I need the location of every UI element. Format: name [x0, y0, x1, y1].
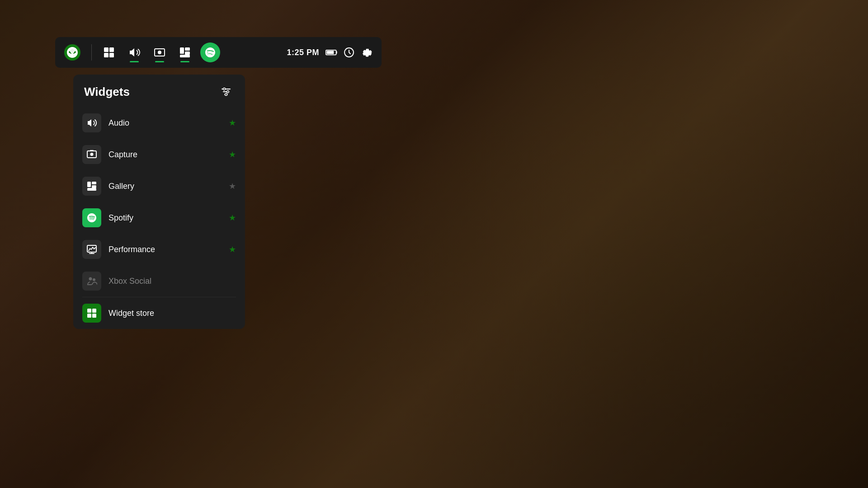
svg-rect-27: [87, 188, 96, 191]
svg-rect-9: [185, 47, 190, 51]
svg-rect-11: [180, 55, 190, 57]
svg-point-7: [158, 51, 161, 54]
xbox-social-label: Xbox Social: [108, 277, 236, 286]
capture-label: Capture: [108, 150, 222, 160]
topbar-right-section: 1:25 PM: [287, 45, 374, 60]
svg-point-32: [93, 278, 95, 281]
svg-rect-35: [87, 314, 91, 318]
audio-label: Audio: [108, 118, 222, 128]
widget-item-store[interactable]: Widget store: [73, 297, 245, 329]
widget-item-xbox-social[interactable]: Xbox Social: [73, 265, 245, 297]
spotify-nav-button[interactable]: [200, 42, 220, 62]
widget-item-gallery[interactable]: Gallery ★: [73, 170, 245, 202]
gallery-nav-button[interactable]: [173, 41, 197, 64]
spotify-star[interactable]: ★: [229, 213, 236, 223]
gallery-star[interactable]: ★: [229, 181, 236, 191]
time-display: 1:25 PM: [287, 48, 319, 57]
svg-rect-5: [109, 53, 114, 57]
svg-rect-10: [185, 52, 190, 55]
gallery-label: Gallery: [108, 182, 222, 191]
audio-star[interactable]: ★: [229, 118, 236, 128]
svg-point-22: [90, 153, 94, 156]
svg-point-18: [223, 88, 226, 90]
widget-item-capture[interactable]: Capture ★: [73, 139, 245, 170]
snap-mode-button[interactable]: [97, 41, 121, 64]
capture-icon-wrap: [82, 145, 101, 164]
topbar: 1:25 PM: [55, 37, 382, 68]
svg-rect-13: [327, 51, 334, 54]
topbar-status-icons: [326, 45, 374, 60]
svg-point-31: [89, 277, 92, 281]
svg-point-19: [227, 91, 229, 93]
svg-rect-23: [90, 150, 94, 151]
widgets-panel: Widgets Audio ★: [73, 75, 245, 329]
svg-rect-24: [87, 182, 91, 187]
svg-rect-2: [104, 47, 108, 52]
svg-rect-4: [104, 53, 108, 57]
capture-star[interactable]: ★: [229, 150, 236, 160]
widgets-title: Widgets: [84, 85, 130, 99]
xbox-logo-button[interactable]: [62, 42, 82, 62]
svg-rect-3: [109, 47, 114, 52]
svg-rect-26: [92, 185, 96, 188]
store-icon-wrap: [82, 304, 101, 323]
performance-star[interactable]: ★: [229, 244, 236, 254]
audio-active-indicator: [130, 61, 139, 62]
spotify-icon-wrap: [82, 208, 101, 227]
spotify-label: Spotify: [108, 213, 222, 223]
audio-icon-wrap: [82, 113, 101, 132]
gallery-icon-wrap: [82, 177, 101, 196]
svg-rect-36: [92, 314, 96, 318]
svg-rect-34: [92, 309, 96, 313]
widgets-header: Widgets: [73, 75, 245, 107]
capture-active-indicator: [155, 61, 164, 62]
store-label: Widget store: [108, 309, 236, 318]
audio-nav-button[interactable]: [123, 41, 146, 64]
svg-point-20: [225, 94, 227, 96]
gallery-active-indicator: [180, 61, 189, 62]
svg-rect-33: [87, 309, 91, 313]
performance-label: Performance: [108, 245, 222, 254]
svg-rect-25: [92, 182, 96, 184]
topbar-divider: [91, 44, 92, 61]
topbar-nav-group: [97, 41, 197, 64]
widget-item-performance[interactable]: Performance ★: [73, 234, 245, 265]
battery-icon: [326, 47, 338, 57]
widgets-filter-button[interactable]: [218, 84, 234, 100]
svg-rect-8: [180, 47, 184, 54]
settings-button[interactable]: [360, 45, 374, 60]
widget-item-spotify[interactable]: Spotify ★: [73, 202, 245, 234]
xbox-social-icon-wrap: [82, 272, 101, 291]
controller-icon: [343, 47, 355, 57]
performance-icon-wrap: [82, 240, 101, 259]
capture-nav-button[interactable]: [148, 41, 171, 64]
widget-item-audio[interactable]: Audio ★: [73, 107, 245, 139]
